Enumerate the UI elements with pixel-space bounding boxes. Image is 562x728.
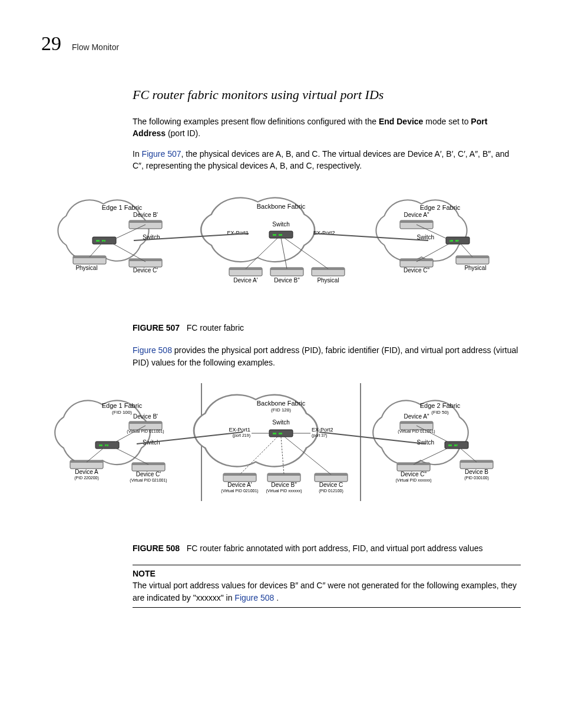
svg-text:Device C": Device C" (404, 267, 430, 274)
svg-text:Device B": Device B" (274, 277, 300, 284)
svg-text:(Virtual PID xxxxxx): (Virtual PID xxxxxx) (396, 478, 432, 483)
figure-508-caption: FIGURE 508 FC router fabric annotated wi… (133, 542, 521, 554)
svg-text:(FID 128): (FID 128) (271, 407, 291, 413)
section-title: FC router fabric monitors using virtual … (133, 87, 521, 103)
figure-title: FC router fabric annotated with port add… (187, 543, 483, 553)
link-figure-507[interactable]: Figure 507 (142, 149, 181, 159)
svg-text:Backbone Fabric: Backbone Fabric (257, 400, 306, 407)
svg-text:Device A: Device A (75, 469, 98, 475)
svg-text:Device B': Device B' (133, 413, 158, 420)
svg-text:Device A": Device A" (404, 413, 429, 420)
svg-text:EX-Port2: EX-Port2 (312, 427, 333, 433)
svg-text:(Virtual PID 011001): (Virtual PID 011001) (127, 429, 164, 434)
fc-router-fabric-annotated-icon: Edge 1 Fabric (FID 100) Device B' (Virtu… (42, 380, 520, 528)
running-title: Flow Monitor (72, 42, 119, 52)
svg-text:Device C': Device C' (136, 471, 161, 477)
fc-router-fabric-icon: Edge 1 Fabric Device B' Switch Physical … (42, 183, 520, 307)
text: , the physical devices are A, B, and C. … (133, 149, 509, 170)
link-figure-508[interactable]: Figure 508 (133, 345, 172, 355)
svg-text:(PID 012100): (PID 012100) (319, 489, 343, 493)
svg-text:(PID 030100): (PID 030100) (464, 476, 489, 480)
figure-507: Edge 1 Fabric Device B' Switch Physical … (41, 183, 521, 307)
svg-text:(port 37): (port 37) (312, 433, 327, 438)
svg-text:Physical: Physical (75, 265, 97, 271)
svg-text:(port 219): (port 219) (233, 433, 250, 438)
page: 29 Flow Monitor FC router fabric monitor… (0, 0, 562, 728)
svg-text:Switch: Switch (272, 221, 289, 228)
svg-text:Device C": Device C" (401, 471, 427, 477)
svg-text:Edge 1 Fabric: Edge 1 Fabric (102, 402, 143, 409)
text: provides the physical port address (PID)… (133, 345, 518, 367)
text: mode set to (423, 117, 471, 126)
svg-text:Device B: Device B (465, 469, 488, 475)
main-content: FC router fabric monitors using virtual … (133, 87, 521, 608)
chapter-number: 29 (41, 32, 61, 55)
svg-text:Device C': Device C' (133, 267, 158, 274)
note-block: NOTE The virtual port address values for… (133, 565, 521, 608)
figure-number: FIGURE 508 (133, 543, 180, 553)
svg-text:(Virtual PID 021001): (Virtual PID 021001) (130, 478, 167, 483)
edge1-title: Edge 1 Fabric (102, 204, 143, 211)
text: In (133, 149, 142, 159)
link-figure-508[interactable]: Figure 508 (234, 593, 274, 602)
paragraph-fig508: Figure 508 provides the physical port ad… (133, 344, 521, 368)
text: The following examples present flow defi… (133, 117, 379, 126)
bold-end-device: End Device (379, 117, 423, 126)
svg-text:Device A': Device A' (227, 482, 252, 488)
text: (port ID). (166, 129, 200, 138)
figure-508: Edge 1 Fabric (FID 100) Device B' (Virtu… (41, 380, 521, 528)
paragraph-devices: In Figure 507, the physical devices are … (133, 148, 521, 172)
note-heading: NOTE (133, 569, 521, 578)
svg-text:Physical: Physical (464, 265, 486, 271)
svg-text:(FID 50): (FID 50) (431, 410, 449, 415)
figure-title: FC router fabric (187, 323, 244, 332)
figure-507-caption: FIGURE 507 FC router fabric (133, 322, 521, 334)
svg-text:(Virtual PID 021001): (Virtual PID 021001) (221, 489, 258, 493)
text: . (274, 593, 279, 602)
svg-text:(PID 220200): (PID 220200) (74, 476, 99, 480)
svg-text:Device A': Device A' (233, 277, 257, 284)
svg-text:Edge 2 Fabric: Edge 2 Fabric (420, 402, 461, 409)
note-body: The virtual port address values for devi… (133, 579, 521, 604)
svg-text:Device C: Device C (319, 482, 343, 488)
svg-text:Physical: Physical (317, 277, 339, 284)
svg-text:Backbone Fabric: Backbone Fabric (257, 203, 306, 210)
paragraph-intro: The following examples present flow defi… (133, 116, 521, 140)
svg-text:Switch: Switch (272, 419, 289, 426)
svg-text:Switch: Switch (417, 439, 434, 446)
svg-text:Device A": Device A" (404, 212, 429, 218)
svg-text:(Virtual PID 011001): (Virtual PID 011001) (398, 429, 435, 434)
svg-text:Device B': Device B' (133, 212, 158, 218)
svg-text:(FID 100): (FID 100) (112, 410, 132, 415)
svg-text:Edge 2 Fabric: Edge 2 Fabric (420, 204, 461, 211)
text: The virtual port address values for devi… (133, 581, 517, 602)
figure-number: FIGURE 507 (133, 323, 180, 332)
svg-text:Device B": Device B" (271, 482, 297, 488)
page-header: 29 Flow Monitor (41, 32, 521, 55)
svg-text:(Virtual PID xxxxxx): (Virtual PID xxxxxx) (266, 489, 302, 493)
svg-text:EX-Port1: EX-Port1 (229, 427, 250, 433)
